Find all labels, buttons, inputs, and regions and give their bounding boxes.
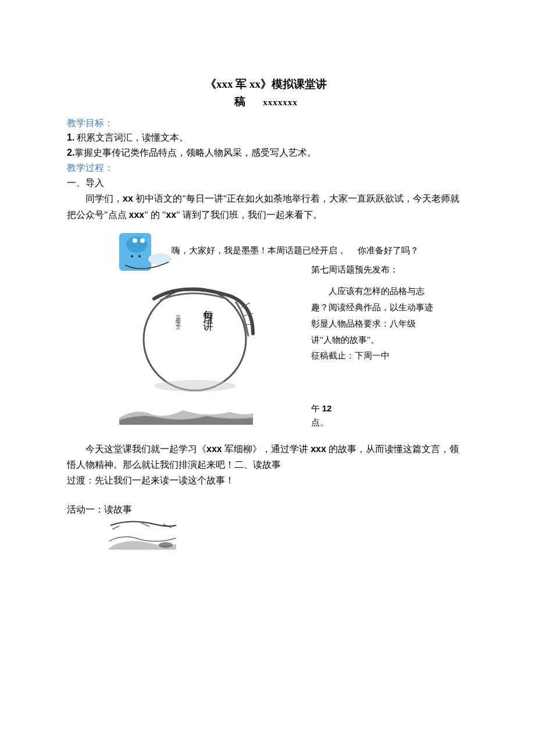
svg-point-4 — [148, 253, 172, 265]
para2-b: xxx — [206, 444, 224, 454]
time-num: 12 — [322, 403, 332, 413]
svg-point-10 — [159, 542, 173, 548]
section1-xx-1: xx — [123, 194, 135, 203]
topic-column: 第七周话题预先发布： 人应该有怎样的品格与志趣？阅读经典作品，以生动事迹彰显人物… — [311, 262, 433, 365]
section1-text-g: " 请到了我们班，我们一起来看下。 — [176, 210, 322, 220]
mascot-icon — [119, 233, 174, 274]
title-line2-row: 稿 xxxxxxx — [67, 93, 465, 110]
objective-item-1: 1. 积累文言词汇，读懂文本。 — [67, 130, 465, 145]
para2-c: 军细柳》，通过学讲 — [224, 444, 311, 454]
section1-text-a: 同学们， — [85, 194, 123, 203]
deadline-label: 征稿截止：下周一中 — [311, 348, 433, 364]
process-label: 教学过程： — [67, 160, 465, 175]
time-b: 点。 — [311, 418, 329, 427]
svg-point-6 — [138, 255, 141, 257]
time-a: 午 — [311, 404, 322, 413]
circle-art-icon: 每日一讲 青初中语文 — [119, 278, 265, 400]
objective-2-text: 掌握史事传记类作品特点，领略人物风采，感受写人艺术。 — [74, 148, 316, 157]
figure-block: 嗨，大家好，我是墨墨！本周话题已经开启， 你准备好了吗？ 每日一讲 青初中语文 … — [119, 233, 465, 431]
transition-text: 过渡：先让我们一起来读一读这个故事！ — [67, 472, 465, 488]
objective-2-number: 2. — [67, 148, 74, 157]
title-line1: 《xxx 军 xx》模拟课堂讲 — [67, 76, 465, 93]
topic-body: 人应该有怎样的品格与志趣？阅读经典作品，以生动事迹彰显人物品格要求：八年级讲"人… — [311, 284, 433, 348]
mountain-strip-icon — [119, 402, 253, 425]
objective-1-number: 1. — [67, 132, 74, 142]
section1-text-e: " 的 " — [144, 210, 166, 220]
section1-xxx: xxx — [129, 210, 145, 220]
title-block: 《xxx 军 xx》模拟课堂讲 稿 xxxxxxx — [67, 76, 465, 111]
document-page: 《xxx 军 xx》模拟课堂讲 稿 xxxxxxx 教学目标： 1. 积累文言词… — [0, 0, 535, 585]
objective-1-text: 积累文言词汇，读懂文本。 — [74, 132, 188, 142]
bubble-text: 嗨，大家好，我是墨墨！本周话题已经开启， — [172, 243, 346, 257]
activity-1-heading: 活动一：读故事 — [67, 502, 465, 517]
vertical-small: 青初中语文 — [174, 310, 183, 322]
vertical-title: 每日一讲 — [199, 302, 216, 316]
topic-headline: 第七周话题预先发布： — [311, 262, 433, 278]
objective-item-2: 2.掌握史事传记类作品特点，领略人物风采，感受写人艺术。 — [67, 145, 465, 160]
svg-point-3 — [140, 238, 145, 243]
title-line2: 稿 — [234, 93, 245, 110]
svg-point-2 — [133, 238, 137, 243]
svg-point-5 — [131, 255, 133, 257]
paragraph-2: 今天这堂课我们就一起学习《xxx 军细柳》，通过学讲 xxx 的故事，从而读懂这… — [67, 441, 465, 472]
para2-a: 今天这堂课我们就一起学习《 — [85, 444, 206, 454]
svg-point-7 — [144, 288, 246, 390]
author: xxxxxxx — [263, 95, 298, 109]
para2-d: xxx — [311, 444, 329, 454]
small-art-icon — [108, 521, 177, 550]
section1-xx-2: xx — [166, 210, 176, 220]
section1-body: 同学们，xx 初中语文的"每日一讲"正在如火如荼地举行着，大家一直跃跃欲试，今天… — [67, 191, 465, 222]
section1-heading: 一、导入 — [67, 175, 465, 191]
objectives-label: 教学目标： — [67, 116, 465, 131]
time-block: 午 12 点。 — [311, 402, 331, 429]
ready-text: 你准备好了吗？ — [358, 243, 419, 257]
svg-point-8 — [154, 380, 236, 392]
